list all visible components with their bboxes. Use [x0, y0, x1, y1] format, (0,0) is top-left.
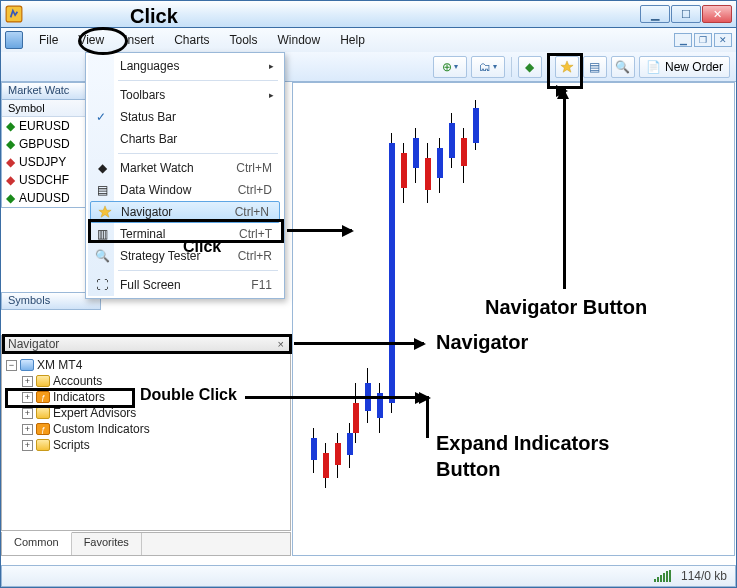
- fx-icon: [36, 423, 50, 435]
- annotation-expand: Expand Indicators Button: [436, 430, 609, 482]
- market-watch-icon: ◆: [94, 160, 110, 176]
- menu-data-window[interactable]: ▤Data WindowCtrl+D: [88, 179, 282, 201]
- strategy-tester-button[interactable]: 🔍: [611, 56, 635, 78]
- annotation-box-indicators: [5, 388, 135, 408]
- annotation-navbtn: Navigator Button: [485, 296, 647, 319]
- tree-custom-indicators[interactable]: + Custom Indicators: [4, 421, 288, 437]
- tree-root[interactable]: − XM MT4: [4, 357, 288, 373]
- annotation-nav: Navigator: [436, 331, 528, 354]
- titlebar: [0, 0, 737, 28]
- market-watch-button[interactable]: ◆: [518, 56, 542, 78]
- folder-icon: [36, 439, 50, 451]
- check-icon: ✓: [96, 110, 106, 124]
- menu-status-bar[interactable]: ✓Status Bar: [88, 106, 282, 128]
- mdi-app-icon: [5, 31, 23, 49]
- terminal-button[interactable]: ▤: [583, 56, 607, 78]
- data-window-icon: ▤: [94, 182, 110, 198]
- menu-full-screen[interactable]: ⛶Full ScreenF11: [88, 274, 282, 296]
- view-dropdown: Languages▸ Toolbars▸ ✓Status Bar Charts …: [85, 52, 285, 299]
- mdi-minimize-button[interactable]: ▁: [674, 33, 692, 47]
- menu-window[interactable]: Window: [268, 31, 331, 49]
- tester-icon: 🔍: [94, 248, 110, 264]
- arrow-down-icon: ◆: [6, 155, 15, 169]
- navigator-panel: Navigator × − XM MT4 + Accounts + Indica…: [1, 335, 291, 531]
- mdi-close-button[interactable]: ✕: [714, 33, 732, 47]
- statusbar: 114/0 kb: [1, 565, 736, 587]
- annotation-arrow1: [287, 229, 352, 232]
- expand-icon[interactable]: +: [22, 440, 33, 451]
- annotation-arrow4: [245, 396, 425, 399]
- menu-charts-bar[interactable]: Charts Bar: [88, 128, 282, 150]
- menu-help[interactable]: Help: [330, 31, 375, 49]
- tab-common[interactable]: Common: [2, 532, 72, 555]
- menu-market-watch[interactable]: ◆Market WatchCtrl+M: [88, 157, 282, 179]
- annotation-oval-view: [78, 27, 128, 55]
- menu-tools[interactable]: Tools: [220, 31, 268, 49]
- folder-icon: [20, 359, 34, 371]
- expand-icon[interactable]: +: [22, 424, 33, 435]
- window-close-button[interactable]: [702, 5, 732, 23]
- profiles-button[interactable]: 🗂▾: [471, 56, 505, 78]
- window-maximize-button[interactable]: [671, 5, 701, 23]
- annotation-arrow2-head: [557, 87, 569, 99]
- app-icon: [5, 5, 23, 23]
- annotation-box-navigator-title: [2, 334, 292, 354]
- svg-marker-2: [99, 206, 111, 217]
- new-order-button[interactable]: 📄 New Order: [639, 56, 730, 78]
- menu-toolbars[interactable]: Toolbars▸: [88, 84, 282, 106]
- navigator-tabs: Common Favorites: [1, 532, 291, 556]
- expand-icon[interactable]: +: [22, 376, 33, 387]
- collapse-icon[interactable]: −: [6, 360, 17, 371]
- annotation-dblclick: Double Click: [140, 386, 237, 404]
- navigator-icon: [97, 204, 113, 220]
- navigator-tree: − XM MT4 + Accounts + Indicators + Exper…: [1, 353, 291, 531]
- menu-file[interactable]: File: [29, 31, 68, 49]
- chart-area[interactable]: [292, 82, 735, 556]
- annotation-arrow4b: [426, 396, 429, 438]
- annotation-arrow3: [294, 342, 424, 345]
- expand-icon[interactable]: +: [22, 408, 33, 419]
- add-chart-button[interactable]: ⊕▾: [433, 56, 467, 78]
- menu-languages[interactable]: Languages▸: [88, 55, 282, 77]
- folder-icon: [36, 407, 50, 419]
- tab-favorites[interactable]: Favorites: [72, 533, 142, 555]
- folder-icon: [36, 375, 50, 387]
- arrow-up-icon: ◆: [6, 119, 15, 133]
- annotation-click1: Click: [130, 5, 178, 28]
- menu-charts[interactable]: Charts: [164, 31, 219, 49]
- arrow-up-icon: ◆: [6, 137, 15, 151]
- new-order-label: New Order: [665, 60, 723, 74]
- arrow-down-icon: ◆: [6, 173, 15, 187]
- tree-scripts[interactable]: + Scripts: [4, 437, 288, 453]
- arrow-up-icon: ◆: [6, 191, 15, 205]
- connection-speed: 114/0 kb: [681, 569, 727, 583]
- annotation-arrow2-stem: [563, 89, 566, 289]
- plus-icon: 📄: [646, 60, 661, 74]
- window-minimize-button[interactable]: [640, 5, 670, 23]
- connection-bars-icon: [654, 570, 671, 582]
- annotation-box-navbutton: [547, 53, 583, 89]
- mdi-restore-button[interactable]: ❐: [694, 33, 712, 47]
- annotation-click2: Click: [183, 238, 221, 256]
- fullscreen-icon: ⛶: [94, 277, 110, 293]
